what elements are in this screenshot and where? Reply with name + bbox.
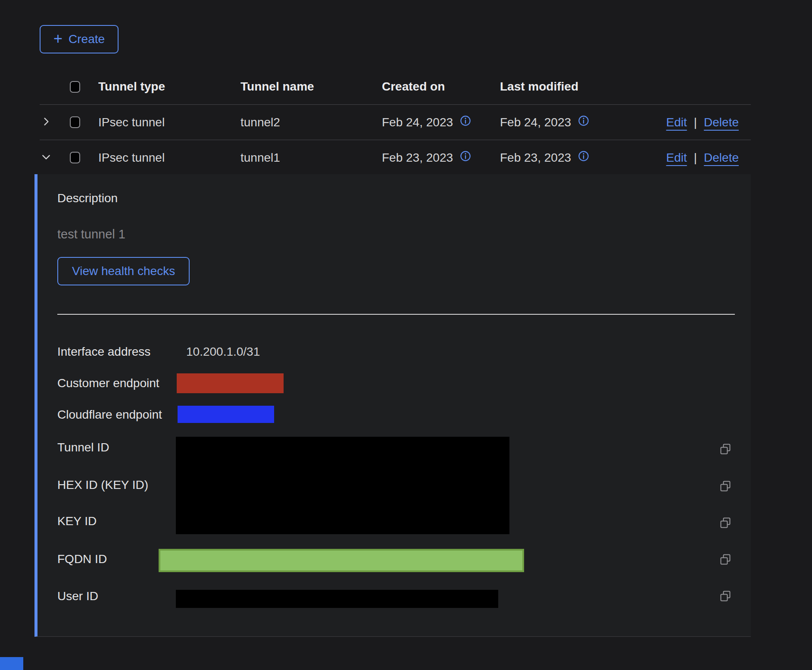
info-icon[interactable] (578, 150, 589, 165)
last-modified-cell: Feb 24, 2023 (500, 116, 571, 129)
last-modified-cell: Feb 23, 2023 (500, 151, 571, 165)
tunnels-table: Tunnel type Tunnel name Created on Last … (40, 69, 751, 175)
fqdn-id-redacted-value (159, 549, 524, 572)
edit-link[interactable]: Edit (666, 116, 687, 129)
user-id-redacted-value (176, 590, 498, 608)
info-icon[interactable] (460, 115, 471, 129)
cloudflare-endpoint-label: Cloudflare endpoint (57, 407, 162, 422)
bottom-left-blue-artifact (0, 657, 23, 670)
tunnels-page: + Create Tunnel type Tunnel name Created… (0, 0, 812, 670)
created-on-cell: Feb 23, 2023 (382, 151, 453, 165)
chevron-right-icon[interactable] (41, 116, 51, 129)
key-id-label: KEY ID (57, 514, 97, 529)
edit-link[interactable]: Edit (666, 151, 687, 165)
description-label: Description (57, 191, 118, 206)
hex-id-label: HEX ID (KEY ID) (57, 478, 148, 492)
table-row-expanded: IPsec tunnel tunnel1 Feb 23, 2023 Feb 23… (40, 140, 751, 175)
header-tunnel-name: Tunnel name (240, 80, 382, 94)
copy-fqdn-id-icon[interactable] (719, 553, 732, 566)
cloudflare-endpoint-redacted-value (178, 406, 274, 423)
plus-icon: + (53, 31, 62, 47)
copy-user-id-icon[interactable] (719, 590, 732, 603)
create-button-label: Create (69, 32, 105, 46)
header-tunnel-type: Tunnel type (98, 80, 240, 94)
tunnel-id-label: Tunnel ID (57, 440, 109, 455)
tunnel-name-cell: tunnel2 (240, 116, 382, 129)
info-icon[interactable] (460, 150, 471, 165)
select-all-checkbox[interactable] (70, 81, 80, 93)
user-id-label: User ID (57, 589, 98, 604)
delete-link[interactable]: Delete (704, 151, 739, 165)
created-on-cell: Feb 24, 2023 (382, 116, 453, 129)
actions-separator: | (694, 116, 697, 129)
actions-separator: | (694, 151, 697, 165)
copy-hex-id-icon[interactable] (719, 480, 732, 493)
info-icon[interactable] (578, 115, 589, 129)
description-value: test tunnel 1 (57, 227, 125, 241)
delete-link[interactable]: Delete (704, 116, 739, 129)
tunnel-type-cell: IPsec tunnel (98, 116, 240, 129)
row-checkbox[interactable] (70, 152, 80, 163)
customer-endpoint-redacted-value (177, 373, 284, 393)
chevron-down-icon[interactable] (41, 151, 51, 165)
row-checkbox[interactable] (70, 116, 80, 128)
copy-tunnel-id-icon[interactable] (719, 443, 732, 456)
tunnel-name-cell: tunnel1 (240, 151, 382, 165)
copy-key-id-icon[interactable] (719, 517, 732, 529)
panel-divider (57, 314, 735, 315)
interface-address-label: Interface address (57, 344, 150, 359)
create-button[interactable]: + Create (40, 25, 119, 53)
header-last-modified: Last modified (500, 80, 751, 94)
table-header-row: Tunnel type Tunnel name Created on Last … (40, 69, 751, 105)
tunnel-detail-panel: Description test tunnel 1 View health ch… (34, 174, 751, 637)
fqdn-id-label: FQDN ID (57, 552, 107, 567)
interface-address-value: 10.200.1.0/31 (186, 344, 260, 359)
header-created-on: Created on (382, 80, 500, 94)
view-health-checks-button[interactable]: View health checks (57, 257, 190, 285)
customer-endpoint-label: Customer endpoint (57, 376, 159, 391)
tunnel-type-cell: IPsec tunnel (98, 151, 240, 165)
table-row: IPsec tunnel tunnel2 Feb 24, 2023 Feb 24… (40, 105, 751, 140)
ids-redacted-block (176, 437, 509, 534)
